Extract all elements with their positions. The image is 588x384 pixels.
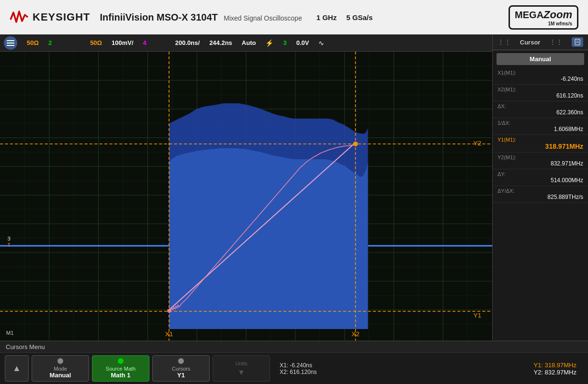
cursor-dy-dx-value: 825.889THz/s bbox=[498, 194, 583, 200]
cursor-x1-value: -6.240ns bbox=[498, 76, 583, 82]
trigger-icon: ⚡ bbox=[265, 39, 273, 47]
scope-display[interactable]: 50Ω 2 50Ω 100mV/ 4 200.0ns/ 244.2ns Auto… bbox=[0, 34, 492, 340]
y1-reading: Y1: 318.97MHz bbox=[533, 362, 577, 369]
svg-point-51 bbox=[353, 142, 358, 146]
svg-text:T: T bbox=[8, 242, 11, 248]
cursor-x1-label: X1(M1): bbox=[498, 70, 583, 76]
header-bar: KEYSIGHT InfiniiVision MSO-X 3104T Mixed… bbox=[0, 0, 588, 34]
cursor-x2-row: X2(M1): 616.120ns bbox=[493, 85, 588, 101]
menu-button[interactable] bbox=[4, 36, 17, 50]
cursors-value: Y1 bbox=[177, 372, 185, 379]
cursor-y1-label: Y1(M1): bbox=[498, 137, 583, 143]
svg-rect-54 bbox=[575, 39, 580, 45]
doc-icon bbox=[574, 39, 581, 45]
ch2-label: 2 bbox=[48, 39, 52, 46]
volt-div: 100mV/ bbox=[112, 39, 134, 46]
menu-icon bbox=[7, 40, 14, 46]
ch3-label: 3 bbox=[283, 39, 286, 46]
source-indicator bbox=[118, 358, 124, 364]
waveform-area: Y2 Y1 X1 X2 3 T M1 bbox=[0, 52, 492, 340]
svg-rect-2 bbox=[7, 45, 14, 46]
impedance2: 50Ω bbox=[90, 39, 102, 46]
x2-reading: X2: 616.120ns bbox=[280, 369, 343, 375]
waveform-icon: ∿ bbox=[318, 39, 324, 47]
cursors-label: Cursors bbox=[172, 366, 191, 372]
logo-text: KEYSIGHT bbox=[33, 11, 90, 23]
svg-point-52 bbox=[167, 309, 171, 313]
cursor-dy-dx-row: ΔY/ΔX: 825.889THz/s bbox=[493, 186, 588, 203]
x1-cursor-label: X1 bbox=[165, 330, 173, 338]
y2-reading: Y2: 832.97MHz bbox=[533, 369, 577, 376]
svg-rect-0 bbox=[7, 40, 14, 41]
cursor-y2-row: Y2(M1): 832.971MHz bbox=[493, 153, 588, 169]
cursor-inv-dx-label: 1/ΔX: bbox=[498, 120, 583, 126]
units-label: Units bbox=[235, 361, 247, 366]
cursor-dy-value: 514.000MHz bbox=[498, 177, 583, 184]
source-button[interactable]: Source Math Math 1 bbox=[92, 355, 149, 382]
x1-reading: X1: -6.240ns bbox=[280, 362, 343, 369]
cursor-inv-dx-row: 1/ΔX: 1.6068MHz bbox=[493, 118, 588, 135]
waveform-svg: Y2 Y1 X1 X2 3 T M1 bbox=[0, 52, 492, 340]
spec-sample: 5 GSa/s bbox=[346, 13, 373, 22]
trigger-mode: Auto bbox=[242, 39, 256, 46]
cursor-dx-value: 622.360ns bbox=[498, 109, 583, 116]
svg-rect-1 bbox=[7, 43, 14, 44]
cursor-y1-value: 318.971MHz bbox=[498, 143, 583, 150]
cursor-panel: ⋮⋮ Cursor ⋮⋮ Manual X1(M1): -6.240ns X2(… bbox=[492, 34, 588, 340]
cursor-dy-dx-label: ΔY/ΔX: bbox=[498, 188, 583, 194]
cursor-y2-label: Y2(M1): bbox=[498, 154, 583, 160]
ch4-label: 4 bbox=[143, 39, 147, 46]
cursor-y1-row: Y1(M1): 318.971MHz bbox=[493, 135, 588, 153]
header-specs: 1 GHz 5 GSa/s bbox=[317, 13, 373, 22]
cursor-grid-icon2: ⋮⋮ bbox=[549, 38, 563, 46]
y1-cursor-label: Y1 bbox=[474, 312, 482, 319]
cursor-doc-icon[interactable] bbox=[572, 37, 583, 47]
cursor-inv-dx-value: 1.6068MHz bbox=[498, 126, 583, 132]
cursors-button[interactable]: Cursors Y1 bbox=[152, 355, 210, 382]
units-down-arrow-icon: ▼ bbox=[237, 368, 245, 377]
cursor-panel-title: Cursor bbox=[520, 39, 541, 46]
cursor-mode: Manual bbox=[497, 53, 584, 65]
units-button[interactable]: Units ▼ bbox=[213, 355, 270, 382]
main-area: 50Ω 2 50Ω 100mV/ 4 200.0ns/ 244.2ns Auto… bbox=[0, 34, 588, 340]
mode-button[interactable]: Mode Manual bbox=[32, 355, 89, 382]
source-value: Math 1 bbox=[111, 372, 130, 379]
cursor-dy-row: ΔY: 514.000MHz bbox=[493, 169, 588, 186]
cursor-x1-row: X1(M1): -6.240ns bbox=[493, 68, 588, 85]
cursors-indicator bbox=[178, 358, 184, 364]
time-div: 200.0ns/ bbox=[175, 39, 200, 46]
bottom-menu: Cursors Menu ▲ Mode Manual Source Math M… bbox=[0, 340, 588, 384]
y2-cursor-label: Y2 bbox=[474, 140, 482, 147]
ch3-marker: 3 bbox=[8, 236, 11, 241]
scope-toolbar: 50Ω 2 50Ω 100mV/ 4 200.0ns/ 244.2ns Auto… bbox=[0, 34, 492, 52]
cursor-dx-row: ΔX: 622.360ns bbox=[493, 101, 588, 118]
mode-label: Mode bbox=[54, 366, 67, 372]
x2-cursor-label: X2 bbox=[351, 330, 360, 338]
nav-up-button[interactable]: ▲ bbox=[5, 355, 29, 382]
time-pos: 244.2ns bbox=[209, 39, 232, 46]
cursor-header: ⋮⋮ Cursor ⋮⋮ bbox=[493, 34, 588, 50]
spec-freq: 1 GHz bbox=[317, 13, 337, 22]
menu-buttons: ▲ Mode Manual Source Math Math 1 Cursors… bbox=[0, 353, 588, 384]
keysight-logo-icon bbox=[10, 8, 29, 27]
cursor-dy-label: ΔY: bbox=[498, 171, 583, 177]
menu-label: Cursors Menu bbox=[0, 341, 588, 353]
keysight-logo: KEYSIGHT bbox=[10, 8, 90, 27]
cursor-grid-icon: ⋮⋮ bbox=[498, 38, 511, 46]
y-readings-area: Y1: 318.97MHz Y2: 832.97MHz bbox=[527, 360, 583, 378]
source-label: Source Math bbox=[106, 366, 136, 372]
cursor-x2-value: 616.120ns bbox=[498, 92, 583, 99]
instrument-name: InfiniiVision MSO-X 3104T Mixed Signal O… bbox=[100, 12, 302, 23]
cursor-y2-value: 832.971MHz bbox=[498, 160, 583, 167]
up-arrow-icon: ▲ bbox=[12, 363, 21, 373]
megazoom-logo: MEGAZoom 1M wfms/s bbox=[509, 5, 578, 30]
cursor-x2-label: X2(M1): bbox=[498, 87, 583, 92]
readings-area: X1: -6.240ns X2: 616.120ns bbox=[273, 360, 350, 377]
mode-indicator bbox=[57, 358, 63, 364]
m1-marker: M1 bbox=[6, 330, 14, 336]
svg-marker-43 bbox=[169, 148, 368, 329]
voltage: 0.0V bbox=[296, 39, 309, 46]
impedance1: 50Ω bbox=[27, 39, 39, 46]
cursor-dx-label: ΔX: bbox=[498, 103, 583, 109]
mode-value: Manual bbox=[50, 372, 71, 379]
